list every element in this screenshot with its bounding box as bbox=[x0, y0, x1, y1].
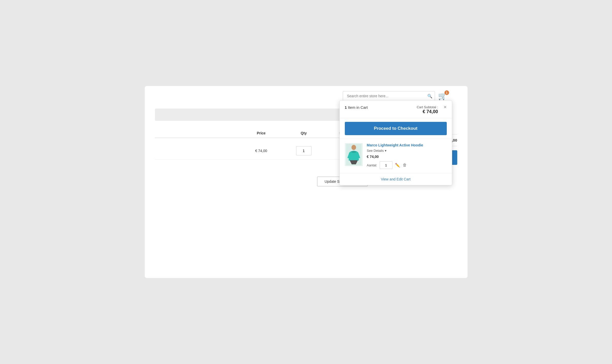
search-icon: 🔍 bbox=[427, 94, 432, 98]
product-name-link[interactable]: Marco Lightweight Active Hoodie bbox=[367, 143, 447, 147]
qty-label: Aantal: bbox=[367, 163, 377, 167]
cart-dropdown-item: Marco Lightweight Active Hoodie See Deta… bbox=[340, 139, 452, 173]
items-count: 1 bbox=[345, 105, 347, 110]
cart-badge: 1 bbox=[444, 90, 449, 95]
cart-dropdown-footer: View and Edit Cart bbox=[340, 173, 452, 185]
search-input[interactable] bbox=[343, 91, 435, 101]
col-price-header: Price bbox=[240, 131, 283, 135]
col-qty-data bbox=[283, 146, 325, 155]
search-wrapper: 🔍 bbox=[343, 91, 435, 101]
items-label: Item in Cart bbox=[348, 105, 368, 110]
qty-input-dropdown[interactable] bbox=[380, 161, 392, 169]
search-icon-button[interactable]: 🔍 bbox=[427, 94, 432, 99]
proceed-checkout-button-dropdown[interactable]: Proceed to Checkout bbox=[345, 122, 447, 135]
subtotal-label: Cart Subtotal : bbox=[417, 105, 438, 109]
product-price: € 74,00 bbox=[367, 155, 447, 159]
see-details-button[interactable]: See Details ▾ bbox=[367, 149, 387, 153]
product-image bbox=[346, 144, 361, 165]
item-actions: ✏️ 🗑 bbox=[395, 163, 407, 168]
page-container: 🔍 🛒 1 1 Item in Cart Cart Subtotal : € 7… bbox=[145, 86, 468, 278]
cart-table-section: Price Qty Subtotal € 74,00 € 74,0 ✏️ 🗑 U… bbox=[155, 109, 368, 186]
row-actions: ✏️ 🗑 bbox=[155, 160, 368, 172]
product-info: Marco Lightweight Active Hoodie See Deta… bbox=[367, 143, 447, 169]
items-in-cart-text: 1 Item in Cart bbox=[345, 105, 368, 110]
view-edit-cart-link[interactable]: View and Edit Cart bbox=[381, 177, 411, 181]
see-details-label: See Details bbox=[367, 149, 384, 153]
delete-item-button[interactable]: 🗑 bbox=[403, 163, 407, 167]
subtotal-amount: € 74,00 bbox=[417, 109, 438, 114]
product-thumbnail bbox=[345, 143, 363, 166]
col-product-header bbox=[155, 131, 240, 135]
edit-item-button[interactable]: ✏️ bbox=[395, 163, 400, 168]
chevron-down-icon: ▾ bbox=[385, 149, 387, 153]
qty-input-table[interactable] bbox=[296, 146, 312, 155]
cart-dropdown: 1 Item in Cart Cart Subtotal : € 74,00 ×… bbox=[339, 100, 452, 185]
cart-dropdown-header: 1 Item in Cart Cart Subtotal : € 74,00 × bbox=[340, 101, 452, 118]
cart-icon-wrapper[interactable]: 🛒 1 bbox=[438, 92, 447, 100]
table-header: Price Qty Subtotal bbox=[155, 131, 368, 138]
col-price-data: € 74,00 bbox=[240, 149, 283, 153]
svg-point-1 bbox=[351, 145, 356, 150]
table-row: € 74,00 € 74,0 bbox=[155, 142, 368, 160]
gray-bar bbox=[155, 109, 368, 121]
cart-subtotal-block: Cart Subtotal : € 74,00 bbox=[417, 105, 438, 114]
qty-row: Aantal: ✏️ 🗑 bbox=[367, 161, 447, 169]
close-button[interactable]: × bbox=[444, 104, 447, 110]
col-qty-header: Qty bbox=[283, 131, 325, 135]
